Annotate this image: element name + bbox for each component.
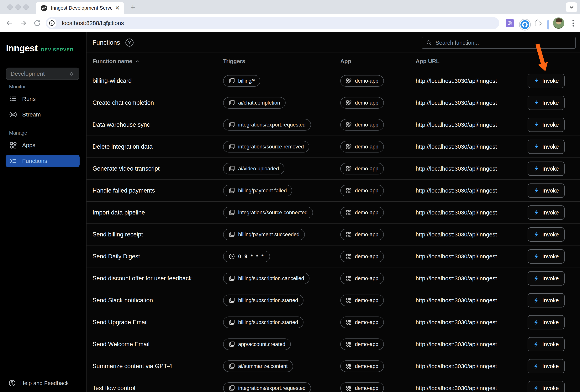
invoke-button[interactable]: Invoke	[528, 118, 565, 132]
new-tab-button[interactable]: +	[129, 3, 137, 12]
apps-icon	[346, 275, 352, 282]
extension-icon[interactable]	[506, 19, 514, 27]
table-row: Test flow control integrations/export.re…	[87, 377, 580, 392]
function-name[interactable]: Summarize content via GPT-4	[93, 355, 172, 377]
search-input[interactable]	[435, 40, 572, 46]
back-button[interactable]	[5, 19, 13, 27]
apps-icon	[346, 341, 352, 347]
function-name[interactable]: Generate video transcript	[93, 158, 159, 180]
app-url: http://localhost:3030/api/inngest	[416, 245, 497, 267]
help-and-feedback[interactable]: Help and Feedback	[8, 379, 69, 387]
trigger-badge: integrations/export.requested	[223, 382, 311, 392]
app-badge: demo-app	[340, 141, 384, 153]
app-badge: demo-app	[340, 294, 384, 306]
trigger-badge: billing/subscription.cancelled	[223, 273, 309, 284]
site-info-icon[interactable]	[47, 18, 56, 28]
sidebar-item-apps[interactable]: Apps	[5, 139, 80, 151]
trigger-badge: ai/summarize.content	[223, 360, 293, 372]
help-icon	[8, 379, 16, 387]
function-name[interactable]: Import data pipeline	[93, 201, 145, 223]
tab-close-icon[interactable]: ✕	[115, 5, 120, 11]
apps-icon	[346, 166, 352, 172]
app-url: http://localhost:3030/api/inngest	[416, 267, 497, 289]
environment-selector[interactable]: Development	[6, 68, 79, 80]
sidebar-item-runs[interactable]: Runs	[5, 93, 80, 105]
invoke-button[interactable]: Invoke	[528, 162, 565, 176]
sidebar-item-functions[interactable]: Functions	[5, 155, 80, 167]
function-name[interactable]: Create chat completion	[93, 92, 154, 114]
environment-label: Development	[10, 71, 68, 77]
apps-icon	[346, 231, 352, 238]
reload-button[interactable]	[33, 19, 41, 27]
runs-icon	[9, 95, 17, 103]
function-name[interactable]: Send Daily Digest	[93, 245, 140, 267]
function-name[interactable]: Send discount offer for user feedback	[93, 267, 192, 289]
invoke-button[interactable]: Invoke	[528, 96, 565, 110]
apps-icon	[346, 144, 352, 150]
apps-icon	[346, 188, 352, 194]
tab-search-button[interactable]	[566, 2, 577, 12]
invoke-button[interactable]: Invoke	[528, 184, 565, 198]
trigger-badge: ai/chat.completion	[223, 97, 286, 108]
invoke-button[interactable]: Invoke	[528, 205, 565, 220]
invoke-button[interactable]: Invoke	[528, 293, 565, 307]
function-name[interactable]: Test flow control	[93, 377, 135, 392]
invoke-button[interactable]: Invoke	[528, 381, 565, 392]
extensions-puzzle-icon[interactable]	[533, 19, 542, 27]
sidebar-item-label: Functions	[22, 158, 47, 164]
table-row: Delete integration data integrations/sou…	[87, 136, 580, 158]
profile-avatar[interactable]	[553, 17, 564, 29]
search-box[interactable]	[422, 37, 576, 49]
browser-menu-icon[interactable]	[569, 19, 577, 27]
function-name[interactable]: Handle failed payments	[93, 180, 155, 201]
window-close-button[interactable]	[7, 4, 13, 10]
invoke-button[interactable]: Invoke	[528, 337, 565, 351]
sidebar-item-stream[interactable]: Stream	[5, 108, 80, 121]
app-badge: demo-app	[340, 360, 384, 372]
trigger-badge: app/account.created	[223, 338, 291, 350]
function-name[interactable]: Send Upgrade Email	[93, 311, 147, 333]
invoke-button[interactable]: Invoke	[528, 249, 565, 264]
function-name[interactable]: billing-wildcard	[93, 70, 132, 92]
function-name[interactable]: Data warehouse sync	[93, 114, 150, 136]
url-text[interactable]: localhost:8288/functions	[62, 20, 124, 26]
lightning-bolt-icon	[533, 100, 539, 106]
invoke-button[interactable]: Invoke	[528, 359, 565, 373]
forward-button[interactable]	[19, 19, 27, 27]
event-icon	[229, 297, 235, 304]
window-minimize-button[interactable]	[15, 4, 21, 10]
app-badge: demo-app	[340, 316, 384, 328]
invoke-button[interactable]: Invoke	[528, 140, 565, 154]
function-name[interactable]: Send Slack notification	[93, 289, 153, 311]
function-name[interactable]: Delete integration data	[93, 136, 152, 158]
apps-icon	[346, 319, 352, 325]
apps-icon	[346, 122, 352, 128]
address-bar[interactable]: localhost:8288/functions	[46, 17, 499, 29]
browser-tab[interactable]: Inngest Development Server ✕	[36, 2, 124, 14]
invoke-button[interactable]: Invoke	[528, 315, 565, 329]
chevron-up-down-icon	[68, 71, 75, 77]
invoke-button[interactable]: Invoke	[528, 227, 565, 242]
trigger-badge: ai/video.uploaded	[223, 163, 285, 175]
bookmark-star-icon[interactable]	[104, 20, 111, 27]
event-icon	[229, 275, 235, 282]
logo: inngest DEV SERVER	[6, 43, 74, 54]
invoke-button[interactable]: Invoke	[528, 271, 565, 286]
column-function-name[interactable]: Function name	[93, 53, 140, 70]
title-help-icon[interactable]: ?	[126, 38, 134, 47]
function-name[interactable]: Send billing receipt	[93, 223, 143, 245]
toolbar-separator	[547, 20, 549, 29]
function-name[interactable]: Send Welcome Email	[93, 333, 149, 355]
event-icon	[229, 341, 235, 348]
app-url: http://localhost:3030/api/inngest	[416, 311, 497, 333]
invoke-button[interactable]: Invoke	[528, 74, 565, 88]
lightning-bolt-icon	[533, 341, 539, 347]
event-icon	[229, 231, 235, 238]
app-url: http://localhost:3030/api/inngest	[416, 289, 497, 311]
window-zoom-button[interactable]	[23, 4, 29, 10]
lightning-bolt-icon	[533, 385, 539, 391]
clock-icon	[229, 253, 235, 260]
password-manager-icon[interactable]	[519, 18, 531, 31]
app-badge: demo-app	[340, 163, 384, 175]
trigger-badge: billing/payment.failed	[223, 185, 292, 196]
